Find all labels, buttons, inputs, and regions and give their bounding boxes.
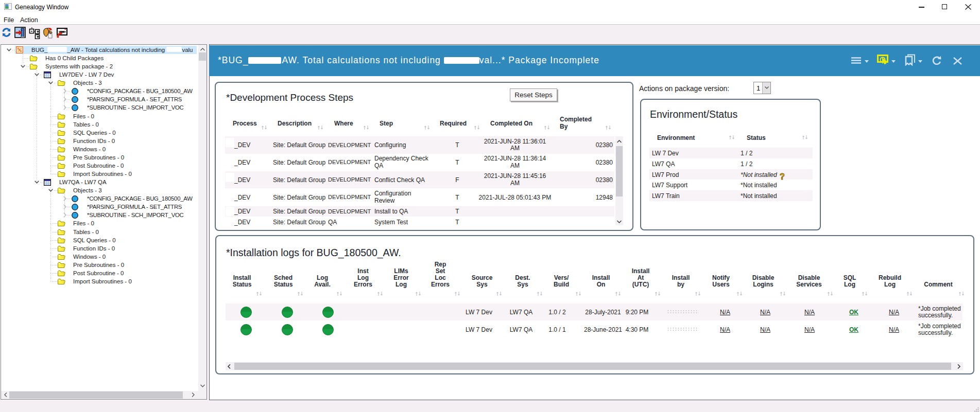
- svg-text:?: ?: [780, 173, 785, 180]
